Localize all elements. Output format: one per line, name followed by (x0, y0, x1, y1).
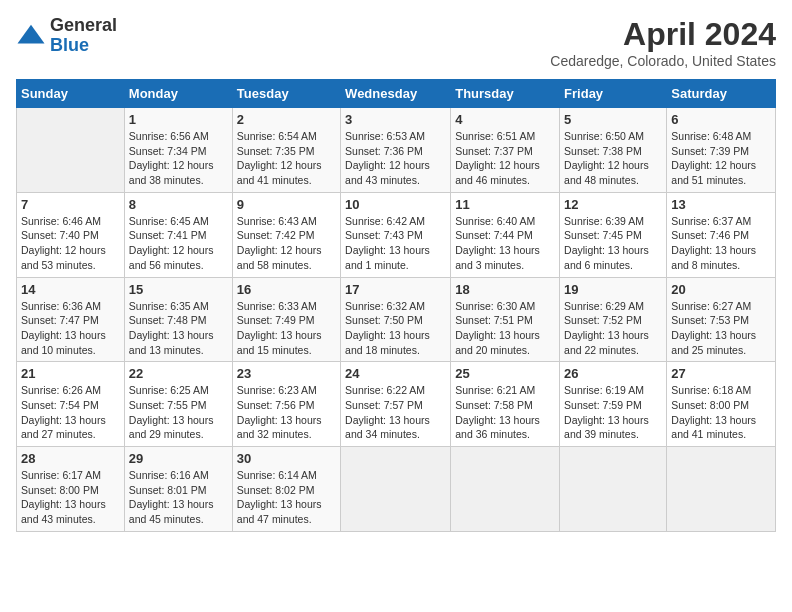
day-info: Sunrise: 6:22 AMSunset: 7:57 PMDaylight:… (345, 383, 446, 442)
day-info: Sunrise: 6:40 AMSunset: 7:44 PMDaylight:… (455, 214, 555, 273)
svg-marker-0 (18, 25, 45, 44)
logo-text: General Blue (50, 16, 117, 56)
location-subtitle: Cedaredge, Colorado, United States (550, 53, 776, 69)
day-number: 1 (129, 112, 228, 127)
day-info: Sunrise: 6:37 AMSunset: 7:46 PMDaylight:… (671, 214, 771, 273)
day-number: 13 (671, 197, 771, 212)
weekday-header-sunday: Sunday (17, 80, 125, 108)
calendar-cell: 12Sunrise: 6:39 AMSunset: 7:45 PMDayligh… (560, 192, 667, 277)
calendar-cell: 29Sunrise: 6:16 AMSunset: 8:01 PMDayligh… (124, 447, 232, 532)
day-number: 7 (21, 197, 120, 212)
day-info: Sunrise: 6:21 AMSunset: 7:58 PMDaylight:… (455, 383, 555, 442)
calendar-cell: 21Sunrise: 6:26 AMSunset: 7:54 PMDayligh… (17, 362, 125, 447)
calendar-cell: 9Sunrise: 6:43 AMSunset: 7:42 PMDaylight… (232, 192, 340, 277)
calendar-week-3: 14Sunrise: 6:36 AMSunset: 7:47 PMDayligh… (17, 277, 776, 362)
month-year-title: April 2024 (550, 16, 776, 53)
day-info: Sunrise: 6:17 AMSunset: 8:00 PMDaylight:… (21, 468, 120, 527)
calendar-cell: 16Sunrise: 6:33 AMSunset: 7:49 PMDayligh… (232, 277, 340, 362)
calendar-table: SundayMondayTuesdayWednesdayThursdayFrid… (16, 79, 776, 532)
day-number: 4 (455, 112, 555, 127)
day-info: Sunrise: 6:54 AMSunset: 7:35 PMDaylight:… (237, 129, 336, 188)
day-info: Sunrise: 6:45 AMSunset: 7:41 PMDaylight:… (129, 214, 228, 273)
calendar-cell: 20Sunrise: 6:27 AMSunset: 7:53 PMDayligh… (667, 277, 776, 362)
weekday-header-row: SundayMondayTuesdayWednesdayThursdayFrid… (17, 80, 776, 108)
day-info: Sunrise: 6:43 AMSunset: 7:42 PMDaylight:… (237, 214, 336, 273)
day-number: 18 (455, 282, 555, 297)
calendar-week-1: 1Sunrise: 6:56 AMSunset: 7:34 PMDaylight… (17, 108, 776, 193)
calendar-cell: 13Sunrise: 6:37 AMSunset: 7:46 PMDayligh… (667, 192, 776, 277)
calendar-week-2: 7Sunrise: 6:46 AMSunset: 7:40 PMDaylight… (17, 192, 776, 277)
day-number: 20 (671, 282, 771, 297)
calendar-cell: 25Sunrise: 6:21 AMSunset: 7:58 PMDayligh… (451, 362, 560, 447)
day-number: 22 (129, 366, 228, 381)
calendar-cell: 27Sunrise: 6:18 AMSunset: 8:00 PMDayligh… (667, 362, 776, 447)
day-info: Sunrise: 6:53 AMSunset: 7:36 PMDaylight:… (345, 129, 446, 188)
calendar-cell: 19Sunrise: 6:29 AMSunset: 7:52 PMDayligh… (560, 277, 667, 362)
calendar-cell (17, 108, 125, 193)
day-info: Sunrise: 6:26 AMSunset: 7:54 PMDaylight:… (21, 383, 120, 442)
day-info: Sunrise: 6:16 AMSunset: 8:01 PMDaylight:… (129, 468, 228, 527)
day-info: Sunrise: 6:30 AMSunset: 7:51 PMDaylight:… (455, 299, 555, 358)
day-info: Sunrise: 6:48 AMSunset: 7:39 PMDaylight:… (671, 129, 771, 188)
logo-icon (16, 21, 46, 51)
day-number: 6 (671, 112, 771, 127)
day-number: 9 (237, 197, 336, 212)
calendar-cell: 4Sunrise: 6:51 AMSunset: 7:37 PMDaylight… (451, 108, 560, 193)
day-number: 10 (345, 197, 446, 212)
day-info: Sunrise: 6:27 AMSunset: 7:53 PMDaylight:… (671, 299, 771, 358)
day-number: 3 (345, 112, 446, 127)
calendar-week-5: 28Sunrise: 6:17 AMSunset: 8:00 PMDayligh… (17, 447, 776, 532)
day-number: 23 (237, 366, 336, 381)
day-info: Sunrise: 6:50 AMSunset: 7:38 PMDaylight:… (564, 129, 662, 188)
calendar-cell: 24Sunrise: 6:22 AMSunset: 7:57 PMDayligh… (341, 362, 451, 447)
day-info: Sunrise: 6:29 AMSunset: 7:52 PMDaylight:… (564, 299, 662, 358)
day-info: Sunrise: 6:14 AMSunset: 8:02 PMDaylight:… (237, 468, 336, 527)
day-number: 28 (21, 451, 120, 466)
calendar-cell: 3Sunrise: 6:53 AMSunset: 7:36 PMDaylight… (341, 108, 451, 193)
calendar-cell: 26Sunrise: 6:19 AMSunset: 7:59 PMDayligh… (560, 362, 667, 447)
page-header: General Blue April 2024 Cedaredge, Color… (16, 16, 776, 69)
day-info: Sunrise: 6:46 AMSunset: 7:40 PMDaylight:… (21, 214, 120, 273)
day-number: 11 (455, 197, 555, 212)
day-number: 12 (564, 197, 662, 212)
day-number: 2 (237, 112, 336, 127)
logo: General Blue (16, 16, 117, 56)
day-number: 29 (129, 451, 228, 466)
day-info: Sunrise: 6:33 AMSunset: 7:49 PMDaylight:… (237, 299, 336, 358)
day-info: Sunrise: 6:25 AMSunset: 7:55 PMDaylight:… (129, 383, 228, 442)
day-number: 26 (564, 366, 662, 381)
day-info: Sunrise: 6:39 AMSunset: 7:45 PMDaylight:… (564, 214, 662, 273)
calendar-cell: 6Sunrise: 6:48 AMSunset: 7:39 PMDaylight… (667, 108, 776, 193)
day-number: 14 (21, 282, 120, 297)
day-number: 16 (237, 282, 336, 297)
calendar-cell: 17Sunrise: 6:32 AMSunset: 7:50 PMDayligh… (341, 277, 451, 362)
day-number: 5 (564, 112, 662, 127)
day-info: Sunrise: 6:18 AMSunset: 8:00 PMDaylight:… (671, 383, 771, 442)
calendar-cell: 30Sunrise: 6:14 AMSunset: 8:02 PMDayligh… (232, 447, 340, 532)
calendar-cell: 2Sunrise: 6:54 AMSunset: 7:35 PMDaylight… (232, 108, 340, 193)
calendar-week-4: 21Sunrise: 6:26 AMSunset: 7:54 PMDayligh… (17, 362, 776, 447)
calendar-cell (560, 447, 667, 532)
calendar-cell: 10Sunrise: 6:42 AMSunset: 7:43 PMDayligh… (341, 192, 451, 277)
day-info: Sunrise: 6:42 AMSunset: 7:43 PMDaylight:… (345, 214, 446, 273)
calendar-cell: 18Sunrise: 6:30 AMSunset: 7:51 PMDayligh… (451, 277, 560, 362)
weekday-header-thursday: Thursday (451, 80, 560, 108)
day-info: Sunrise: 6:36 AMSunset: 7:47 PMDaylight:… (21, 299, 120, 358)
day-number: 15 (129, 282, 228, 297)
day-info: Sunrise: 6:32 AMSunset: 7:50 PMDaylight:… (345, 299, 446, 358)
weekday-header-wednesday: Wednesday (341, 80, 451, 108)
day-info: Sunrise: 6:56 AMSunset: 7:34 PMDaylight:… (129, 129, 228, 188)
calendar-cell: 14Sunrise: 6:36 AMSunset: 7:47 PMDayligh… (17, 277, 125, 362)
calendar-cell: 28Sunrise: 6:17 AMSunset: 8:00 PMDayligh… (17, 447, 125, 532)
calendar-cell: 22Sunrise: 6:25 AMSunset: 7:55 PMDayligh… (124, 362, 232, 447)
day-info: Sunrise: 6:19 AMSunset: 7:59 PMDaylight:… (564, 383, 662, 442)
day-info: Sunrise: 6:35 AMSunset: 7:48 PMDaylight:… (129, 299, 228, 358)
day-number: 25 (455, 366, 555, 381)
calendar-cell: 1Sunrise: 6:56 AMSunset: 7:34 PMDaylight… (124, 108, 232, 193)
logo-general: General (50, 16, 117, 36)
day-number: 24 (345, 366, 446, 381)
day-number: 8 (129, 197, 228, 212)
day-number: 30 (237, 451, 336, 466)
weekday-header-friday: Friday (560, 80, 667, 108)
day-number: 27 (671, 366, 771, 381)
